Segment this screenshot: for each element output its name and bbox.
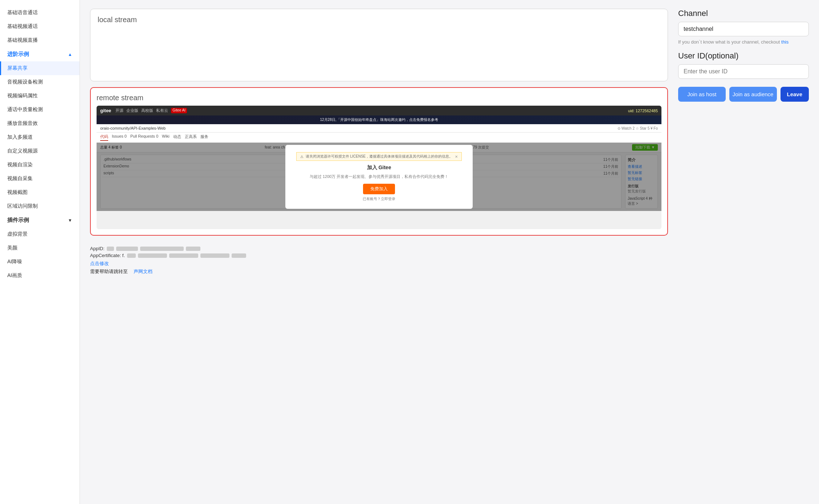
sidebar-item-video-screenshot[interactable]: 视频截图 (0, 186, 80, 199)
chevron-down-icon: ▼ (68, 218, 72, 223)
remote-stream-box: remote stream gitee 开源 企业版 高校版 私有云 Gitee… (90, 87, 668, 236)
censor-block (140, 247, 184, 251)
gitee-modal-sub: 与超过 1200万 开发者一起发现、参与优秀开源项目，私有合作代码完全免费！ (296, 174, 462, 179)
gitee-tabs: 代码 Issues 0 Pull Requests 0 Wiki 动态 正高系 … (97, 133, 661, 143)
sidebar-item-basic-video[interactable]: 基础视频通话 (0, 20, 80, 33)
sidebar-item-basic-audio[interactable]: 基础语音通话 (0, 6, 80, 20)
gitee-warning-bar: ⚠ 请关闭浏览器许可权授文件 LICENSE，遵循通过具体体项目描述及其代码相上… (296, 152, 462, 161)
remote-stream-content: gitee 开源 企业版 高校版 私有云 Gitee AI uid: 12725… (97, 106, 661, 229)
action-buttons: Join as host Join as audience Leave (678, 87, 809, 102)
gitee-brand: gitee (100, 108, 111, 113)
right-panel: Channel If you don`t know what is your c… (678, 9, 809, 495)
sidebar-item-basic-live[interactable]: 基础视频直播 (0, 33, 80, 47)
censor-block (232, 253, 246, 258)
leave-button[interactable]: Leave (781, 87, 809, 102)
censor-block (127, 253, 136, 258)
sidebar-item-screen-share[interactable]: 屏幕共享 (0, 61, 80, 75)
docs-link[interactable]: 声网文档 (134, 268, 152, 275)
sidebar-section-plugin[interactable]: 插件示例 ▼ (0, 213, 80, 227)
remote-stream-label: remote stream (97, 94, 661, 102)
join-as-host-button[interactable]: Join as host (678, 87, 726, 102)
gitee-modal-title: 加入 Gitee (296, 164, 462, 171)
censor-block (169, 253, 198, 258)
edit-row: 点击修改 (90, 260, 668, 267)
gitee-nav: 开源 企业版 高校版 私有云 Gitee AI (115, 108, 187, 113)
sidebar-item-beauty[interactable]: 美颜 (0, 241, 80, 255)
censor-block (107, 247, 114, 251)
help-row: 需要帮助请跳转至 声网文档 (90, 268, 668, 275)
gitee-modal-overlay: ⚠ 请关闭浏览器许可权授文件 LICENSE，遵循通过具体体项目描述及其代码相上… (97, 143, 661, 211)
edit-link[interactable]: 点击修改 (90, 260, 109, 267)
video-area: local stream remote stream gitee 开源 企业版 … (90, 9, 668, 495)
channel-label: Channel (678, 9, 809, 18)
censor-block (116, 247, 138, 251)
gitee-login-text: 已有账号？立即登录 (296, 196, 462, 202)
gitee-join-modal: ⚠ 请关闭浏览器许可权授文件 LICENSE，遵循通过具体体项目描述及其代码相上… (285, 145, 473, 209)
main-content: local stream remote stream gitee 开源 企业版 … (80, 0, 819, 504)
sidebar-item-audio-effect[interactable]: 播放音频音效 (0, 117, 80, 130)
gitee-banner: 12月28日,「开源中国创始年终盘点」珠海站两次邀约，点击免费报名参考 (97, 115, 661, 124)
gitee-content-area: 总量 4 标签 0 feat: area change dh00237 11个月… (97, 143, 661, 211)
app-id-label: AppID: (90, 246, 105, 251)
sidebar-item-video-capture[interactable]: 视频自采集 (0, 172, 80, 186)
sidebar-item-custom-video[interactable]: 自定义视频源 (0, 144, 80, 158)
sidebar-item-geo-restrict[interactable]: 区域访问限制 (0, 199, 80, 213)
gitee-sub-header: oraio-community/API-Examples-Web ⊙ Watch… (97, 124, 661, 133)
channel-hint: If you don`t know what is your channel, … (678, 39, 809, 45)
app-id-row: AppID: (90, 246, 668, 251)
app-cert-row: AppCertificate: f. (90, 253, 668, 258)
sidebar-item-video-render[interactable]: 视频自渲染 (0, 158, 80, 172)
join-as-audience-button[interactable]: Join as audience (729, 87, 777, 102)
sidebar-item-av-detect[interactable]: 音视频设备检测 (0, 75, 80, 89)
help-text: 需要帮助请跳转至 (90, 268, 128, 275)
app-info: AppID: AppCertificate: f. 点击修改 需要帮助请跳转至 (90, 241, 668, 276)
user-id-input[interactable] (678, 64, 809, 79)
local-stream-box: local stream (90, 9, 668, 81)
sidebar-item-virtual-bg[interactable]: 虚拟背景 (0, 227, 80, 241)
censor-block (200, 253, 229, 258)
sidebar-item-ai-noise[interactable]: AI降噪 (0, 255, 80, 269)
sidebar-item-multi-channel[interactable]: 加入多频道 (0, 130, 80, 144)
gitee-header: gitee 开源 企业版 高校版 私有云 Gitee AI uid: 12725… (97, 106, 661, 115)
gitee-uid: uid: 1272562485 (628, 109, 658, 113)
app-cert-label: AppCertificate: f. (90, 253, 125, 258)
sidebar-item-ai-quality[interactable]: AI画质 (0, 269, 80, 283)
censor-block (186, 247, 200, 251)
user-id-label: User ID(optional) (678, 51, 809, 61)
sidebar-section-advanced[interactable]: 进阶示例 ▲ (0, 47, 80, 61)
gitee-join-button[interactable]: 免费加入 (363, 184, 395, 194)
gitee-mockup: gitee 开源 企业版 高校版 私有云 Gitee AI uid: 12725… (97, 106, 661, 229)
warning-close-button[interactable]: ✕ (455, 155, 458, 159)
sidebar-item-quality-detect[interactable]: 通话中质量检测 (0, 103, 80, 117)
censor-block (138, 253, 167, 258)
sidebar: 基础语音通话 基础视频通话 基础视频直播 进阶示例 ▲ 屏幕共享 音视频设备检测… (0, 0, 80, 504)
chevron-up-icon: ▲ (68, 52, 72, 57)
channel-hint-link[interactable]: this (781, 39, 789, 45)
channel-input[interactable] (678, 22, 809, 36)
local-stream-label: local stream (98, 16, 137, 24)
sidebar-item-video-encode[interactable]: 视频编码属性 (0, 89, 80, 103)
